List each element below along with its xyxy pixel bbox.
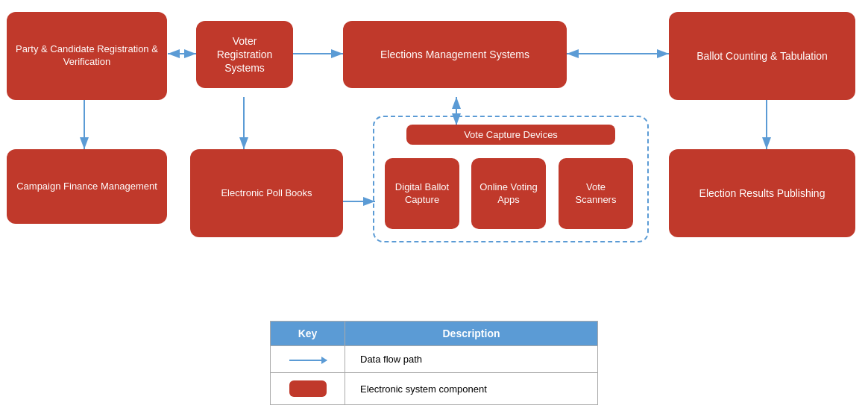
party-node: Party & Candidate Registration & Verific… — [7, 12, 167, 100]
campaign-finance-node: Campaign Finance Management — [7, 149, 167, 224]
key-arrow-icon — [271, 346, 345, 373]
key-row-arrow: Data flow path — [271, 346, 598, 373]
voter-reg-node: Voter Registration Systems — [196, 21, 293, 88]
vote-scanners-node: Vote Scanners — [559, 158, 633, 229]
key-node-desc: Electronic system component — [345, 373, 598, 405]
key-row-node: Electronic system component — [271, 373, 598, 405]
description-header: Description — [345, 322, 598, 346]
vote-capture-label: Vote Capture Devices — [406, 125, 615, 145]
election-results-node: Election Results Publishing — [669, 149, 855, 237]
key-arrow-desc: Data flow path — [345, 346, 598, 373]
electronic-poll-node: Electronic Poll Books — [190, 149, 343, 237]
key-node-icon — [271, 373, 345, 405]
elections-mgmt-node: Elections Management Systems — [343, 21, 567, 88]
vote-capture-container: Vote Capture Devices Digital Ballot Capt… — [373, 116, 649, 242]
ballot-counting-node: Ballot Counting & Tabulation — [669, 12, 855, 100]
diagram: Party & Candidate Registration & Verific… — [0, 0, 868, 283]
key-header: Key — [271, 322, 345, 346]
key-table: Key Description Data flow path Electroni… — [270, 321, 598, 405]
online-voting-node: Online Voting Apps — [471, 158, 546, 229]
digital-ballot-node: Digital Ballot Capture — [385, 158, 459, 229]
